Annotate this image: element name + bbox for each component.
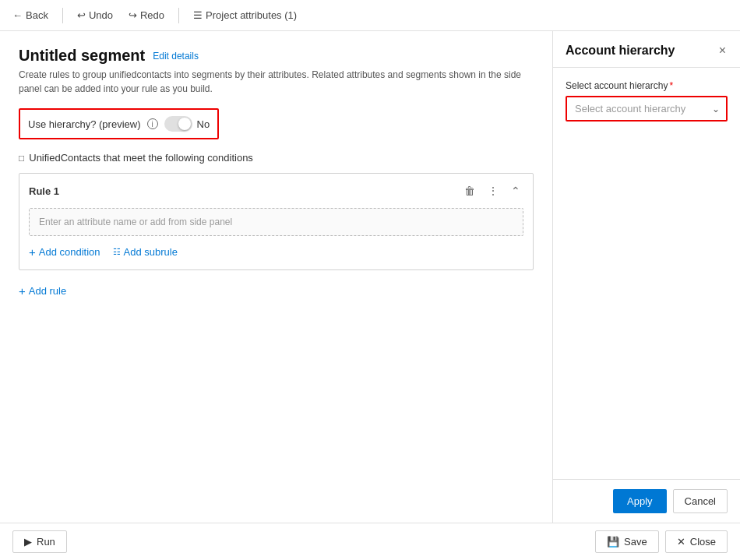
required-star: * — [669, 80, 673, 91]
run-button[interactable]: ▶ Run — [12, 530, 67, 553]
redo-label: Redo — [140, 9, 164, 21]
bottom-toolbar: ▶ Run 💾 Save ✕ Close — [0, 523, 740, 560]
close-icon: × — [719, 44, 726, 57]
save-button[interactable]: 💾 Save — [595, 530, 659, 553]
add-condition-label: Add condition — [39, 246, 100, 258]
redo-icon: ↪ — [129, 9, 137, 21]
back-button[interactable]: ← Back — [8, 6, 53, 24]
main-layout: Untitled segment Edit details Create rul… — [0, 31, 740, 523]
conditions-header-text: UnifiedContacts that meet the following … — [29, 152, 253, 164]
attribute-placeholder: Enter an attribute name or add from side… — [39, 217, 232, 227]
back-label: Back — [26, 9, 48, 21]
select-field-label: Select account hierarchy * — [566, 80, 728, 91]
field-label-text: Select account hierarchy — [566, 80, 668, 91]
undo-button[interactable]: ↩ Undo — [72, 6, 118, 24]
hierarchy-label: Use hierarchy? (preview) — [28, 118, 141, 130]
left-panel: Untitled segment Edit details Create rul… — [0, 31, 553, 523]
undo-label: Undo — [89, 9, 113, 21]
right-panel-spacer — [553, 286, 740, 479]
chevron-up-icon: ⌃ — [511, 185, 520, 197]
undo-icon: ↩ — [77, 9, 86, 21]
ellipsis-icon: ⋮ — [488, 185, 499, 197]
close-label: Close — [690, 536, 716, 548]
add-subrule-button[interactable]: ☷ Add subrule — [113, 245, 178, 259]
add-subrule-label: Add subrule — [124, 246, 178, 258]
add-rule-plus-icon: + — [19, 284, 26, 298]
account-hierarchy-select[interactable]: Select account hierarchy — [567, 97, 726, 120]
rule-title: Rule 1 — [29, 185, 59, 197]
right-panel-footer: Apply Cancel — [553, 479, 740, 523]
save-label: Save — [624, 536, 647, 548]
subrule-icon: ☷ — [113, 247, 121, 257]
hierarchy-section: Use hierarchy? (preview) i No — [19, 108, 219, 139]
rule-actions: 🗑 ⋮ ⌃ — [461, 183, 523, 199]
bottom-right: 💾 Save ✕ Close — [595, 530, 728, 553]
rule-header: Rule 1 🗑 ⋮ ⌃ — [29, 183, 523, 199]
trash-icon: 🗑 — [464, 185, 475, 197]
rule-footer: + Add condition ☷ Add subrule — [29, 244, 523, 260]
bottom-left: ▶ Run — [12, 530, 67, 553]
add-condition-plus-icon: + — [29, 245, 36, 259]
add-condition-button[interactable]: + Add condition — [29, 244, 100, 260]
close-x-icon: ✕ — [677, 536, 685, 548]
page-title: Untitled segment — [19, 47, 145, 65]
right-panel-header: Account hierarchy × — [553, 31, 740, 68]
project-attributes-label: Project attributes (1) — [206, 9, 297, 21]
back-arrow-icon: ← — [12, 9, 23, 21]
save-icon: 💾 — [607, 536, 619, 548]
page-title-row: Untitled segment Edit details — [19, 47, 534, 65]
cancel-button[interactable]: Cancel — [673, 489, 728, 513]
apply-button[interactable]: Apply — [613, 489, 667, 513]
close-button[interactable]: ✕ Close — [665, 530, 728, 553]
toolbar-divider-2 — [178, 8, 179, 23]
toggle-container: No — [164, 116, 210, 132]
rule-block-1: Rule 1 🗑 ⋮ ⌃ Enter an attribute name or … — [19, 173, 534, 270]
top-toolbar: ← Back ↩ Undo ↪ Redo ☰ Project attribute… — [0, 0, 740, 31]
toggle-thumb — [178, 118, 191, 130]
project-attributes-button[interactable]: ☰ Project attributes (1) — [189, 6, 301, 24]
edit-details-link[interactable]: Edit details — [153, 51, 199, 62]
hierarchy-toggle[interactable] — [164, 116, 192, 132]
right-panel-body: Select account hierarchy * Select accoun… — [553, 68, 740, 286]
run-icon: ▶ — [24, 536, 32, 548]
add-rule-button[interactable]: + Add rule — [19, 283, 534, 299]
add-rule-label: Add rule — [29, 285, 66, 297]
redo-button[interactable]: ↪ Redo — [124, 6, 169, 24]
right-panel-title: Account hierarchy — [566, 44, 675, 58]
delete-rule-button[interactable]: 🗑 — [461, 183, 478, 199]
right-panel: Account hierarchy × Select account hiera… — [553, 31, 740, 523]
more-options-button[interactable]: ⋮ — [485, 183, 502, 199]
attribute-input-box[interactable]: Enter an attribute name or add from side… — [29, 208, 523, 236]
conditions-icon: □ — [19, 153, 24, 164]
select-wrapper: Select account hierarchy ⌄ — [566, 96, 728, 122]
run-label: Run — [37, 536, 55, 548]
toggle-state-label: No — [197, 118, 210, 130]
project-attributes-icon: ☰ — [193, 9, 203, 21]
toolbar-divider-1 — [62, 8, 63, 23]
info-icon[interactable]: i — [147, 118, 158, 129]
page-description: Create rules to group unifiedcontacts in… — [19, 68, 534, 96]
conditions-header: □ UnifiedContacts that meet the followin… — [19, 152, 534, 164]
right-panel-close-button[interactable]: × — [717, 42, 728, 59]
collapse-rule-button[interactable]: ⌃ — [508, 183, 523, 199]
